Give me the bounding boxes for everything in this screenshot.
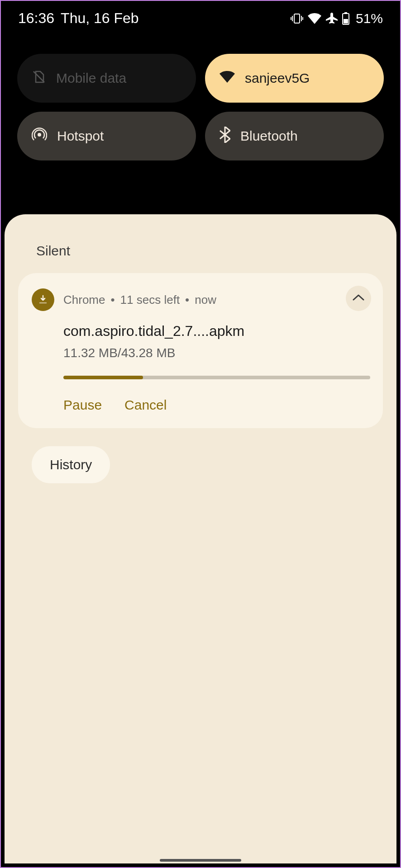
svg-point-4: [38, 133, 41, 137]
collapse-button[interactable]: [346, 286, 371, 311]
wifi-icon: [308, 13, 321, 24]
quick-settings: Mobile data sanjeev5G Hotspot Bluetooth: [1, 36, 400, 188]
qs-tile-label: sanjeev5G: [245, 71, 310, 86]
history-button[interactable]: History: [32, 446, 110, 483]
separator-dot: •: [110, 293, 115, 307]
hotspot-icon: [32, 127, 47, 146]
bluetooth-icon: [220, 127, 230, 146]
qs-tile-label: Hotspot: [57, 128, 104, 144]
qs-tile-label: Bluetooth: [240, 128, 298, 144]
qs-tile-label: Mobile data: [56, 71, 126, 86]
cancel-button[interactable]: Cancel: [124, 397, 167, 413]
notification-subtitle: 11.32 MB/43.28 MB: [63, 346, 369, 360]
no-sim-icon: [32, 70, 46, 87]
notification-app: Chrome: [63, 293, 105, 307]
status-time: 16:36: [18, 10, 54, 27]
gesture-handle[interactable]: [160, 859, 241, 862]
battery-icon: [342, 12, 349, 25]
notification-time-hint: 11 secs left: [120, 293, 180, 307]
notification-card[interactable]: Chrome • 11 secs left • now com.aspiro.t…: [18, 273, 383, 428]
battery-percent: 51%: [356, 11, 383, 26]
wifi-icon: [220, 71, 235, 86]
pause-button[interactable]: Pause: [63, 397, 102, 413]
svg-rect-0: [294, 14, 300, 23]
notification-actions: Pause Cancel: [63, 397, 369, 413]
qs-wifi[interactable]: sanjeev5G: [205, 54, 384, 103]
status-date: Thu, 16 Feb: [61, 10, 139, 27]
vibrate-icon: [291, 13, 303, 24]
notification-meta: Chrome • 11 secs left • now: [63, 293, 216, 307]
progress-bar: [63, 376, 370, 379]
notification-header: Chrome • 11 secs left • now: [32, 288, 369, 311]
qs-bluetooth[interactable]: Bluetooth: [205, 112, 384, 160]
status-left: 16:36 Thu, 16 Feb: [18, 10, 139, 27]
section-label-silent: Silent: [36, 243, 383, 259]
download-icon: [32, 288, 54, 311]
notification-title: com.aspiro.tidal_2.7....apkm: [63, 323, 369, 340]
qs-mobile-data[interactable]: Mobile data: [17, 54, 196, 103]
qs-hotspot[interactable]: Hotspot: [17, 112, 196, 160]
separator-dot: •: [185, 293, 189, 307]
status-bar: 16:36 Thu, 16 Feb 51%: [1, 1, 400, 36]
notification-timestamp: now: [195, 293, 216, 307]
chevron-up-icon: [353, 294, 364, 303]
airplane-icon: [326, 13, 338, 24]
progress-fill: [63, 376, 143, 379]
notification-body: com.aspiro.tidal_2.7....apkm 11.32 MB/43…: [32, 323, 369, 413]
status-right: 51%: [291, 11, 383, 26]
svg-rect-3: [344, 19, 348, 24]
notification-shade: Silent Chrome • 11 secs left • now: [5, 214, 396, 863]
